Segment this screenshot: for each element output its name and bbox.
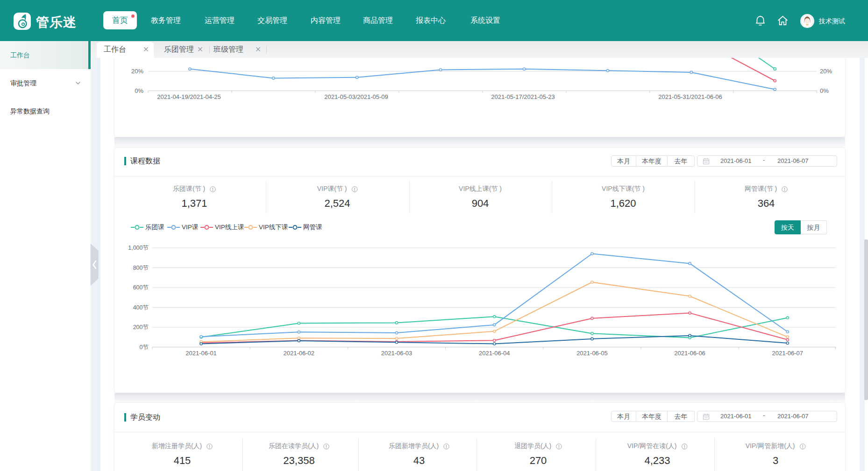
svg-text:1,000节: 1,000节 — [128, 245, 149, 251]
svg-text:2021-06-03: 2021-06-03 — [381, 350, 413, 357]
svg-text:2021-04-19/2021-04-25: 2021-04-19/2021-04-25 — [157, 93, 221, 100]
svg-text:0%: 0% — [820, 87, 829, 94]
svg-text:2021-05-17/2021-05-23: 2021-05-17/2021-05-23 — [491, 93, 555, 100]
svg-text:600节: 600节 — [133, 284, 149, 291]
svg-text:2021-05-31/2021-06-06: 2021-05-31/2021-06-06 — [658, 93, 722, 100]
svg-text:2021-06-06: 2021-06-06 — [674, 350, 705, 357]
svg-text:400节: 400节 — [133, 304, 149, 311]
svg-text:800节: 800节 — [133, 265, 149, 271]
svg-text:2021-06-04: 2021-06-04 — [479, 350, 510, 357]
svg-text:2021-05-03/2021-05-09: 2021-05-03/2021-05-09 — [324, 93, 388, 100]
svg-text:200节: 200节 — [133, 324, 149, 330]
svg-text:2021-06-05: 2021-06-05 — [576, 350, 608, 357]
svg-text:2021-06-02: 2021-06-02 — [284, 350, 315, 357]
svg-text:0节: 0节 — [140, 344, 149, 351]
svg-text:20%: 20% — [820, 68, 832, 75]
svg-text:2021-06-07: 2021-06-07 — [772, 350, 804, 357]
svg-text:2021-06-01: 2021-06-01 — [185, 350, 217, 357]
svg-text:20%: 20% — [131, 68, 143, 75]
svg-text:0%: 0% — [135, 87, 143, 94]
